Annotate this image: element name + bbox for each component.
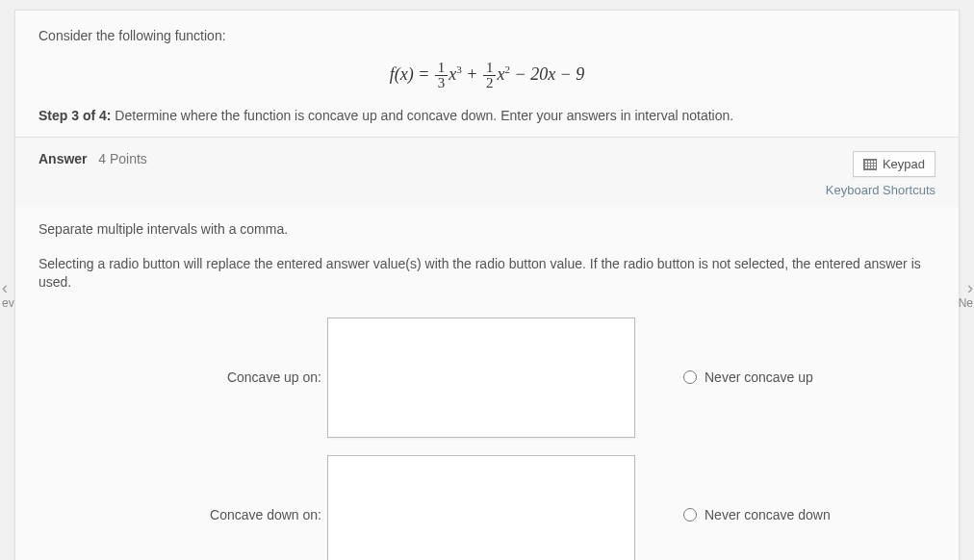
formula-tail: − 20x − 9 [510,64,584,84]
question-card: Consider the following function: f(x) = … [14,10,960,560]
answer-left: Answer 4 Points [38,151,147,166]
frac2-num: 1 [483,61,497,76]
answer-bar: Answer 4 Points Keypad Keyboard Shortcut… [15,137,959,207]
never-concave-up-label: Never concave up [705,369,813,385]
keypad-icon [863,159,877,170]
concave-up-row: Concave up on: Never concave up [38,318,936,438]
prev-label: ev [2,296,14,310]
concave-down-label: Concave down on: [38,507,327,522]
question-formula: f(x) = 13x3 + 12x2 − 20x − 9 [38,43,936,108]
concave-up-label: Concave up on: [38,369,327,385]
concave-up-input[interactable] [327,318,635,438]
instruction-line-2: Selecting a radio button will replace th… [38,255,936,293]
next-nav[interactable]: › Ne [959,279,974,310]
frac2-den: 2 [483,76,497,90]
concave-down-input[interactable] [327,455,635,560]
never-concave-up-radio[interactable] [683,370,697,384]
step-text: Determine where the function is concave … [111,108,733,123]
step-label: Step 3 of 4: [38,108,111,123]
chevron-right-icon: › [967,279,973,296]
frac1-num: 1 [435,61,449,76]
never-concave-down-radio[interactable] [683,508,697,522]
formula-plus: + [462,64,482,84]
never-concave-down-option[interactable]: Never concave down [635,507,831,522]
fraction-1: 13 [435,61,449,90]
next-label: Ne [959,296,973,310]
question-section: Consider the following function: f(x) = … [15,11,959,137]
never-concave-down-label: Never concave down [705,507,831,522]
formula-fx: f(x) = [390,64,434,84]
frac1-den: 3 [435,76,449,90]
answer-label: Answer [38,151,88,166]
keyboard-shortcuts-link[interactable]: Keyboard Shortcuts [826,183,936,197]
instructions: Separate multiple intervals with a comma… [15,207,959,293]
keypad-label: Keypad [883,157,925,171]
concave-down-row: Concave down on: Never concave down [38,455,936,560]
prev-nav[interactable]: ‹ ev [0,279,14,310]
answer-right: Keypad Keyboard Shortcuts [826,151,936,197]
chevron-left-icon: ‹ [2,279,8,296]
step-line: Step 3 of 4: Determine where the functio… [38,108,936,123]
input-grid: Concave up on: Never concave up Concave … [15,308,959,560]
answer-points: 4 Points [98,151,147,166]
fraction-2: 12 [483,61,497,90]
never-concave-up-option[interactable]: Never concave up [635,369,813,385]
instruction-line-1: Separate multiple intervals with a comma… [38,220,936,240]
keypad-button[interactable]: Keypad [853,151,936,177]
question-prompt: Consider the following function: [38,28,936,43]
